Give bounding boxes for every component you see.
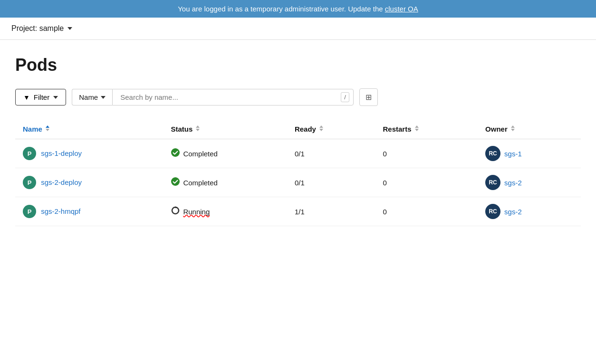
admin-banner: You are logged in as a temporary adminis…	[0, 0, 596, 18]
pod-owner-cell: RC sgs-2	[478, 197, 581, 226]
sort-icon-ready	[319, 125, 324, 133]
owner-link[interactable]: sgs-1	[504, 150, 522, 158]
status-text: Completed	[183, 150, 218, 158]
search-box: /	[112, 89, 354, 105]
table-header-row: Name Status	[15, 119, 581, 139]
owner-link[interactable]: sgs-2	[504, 179, 522, 187]
filter-label: Filter	[34, 93, 49, 101]
pod-name-cell: P sgs-1-deploy	[15, 139, 163, 168]
pod-restarts-cell: 0	[375, 168, 478, 197]
pod-name-link[interactable]: sgs-2-deploy	[41, 178, 82, 186]
pod-restarts-cell: 0	[375, 197, 478, 226]
search-container: Name /	[72, 89, 354, 105]
pod-name-link[interactable]: sgs-2-hmqpf	[41, 207, 80, 215]
sort-icon-restarts	[414, 125, 419, 133]
sort-icon-owner	[510, 125, 515, 133]
name-dropdown-label: Name	[79, 93, 98, 101]
project-bar: Project: sample	[0, 18, 596, 40]
pod-status-cell: Running	[163, 197, 287, 226]
name-dropdown[interactable]: Name	[72, 89, 112, 105]
chevron-down-icon	[67, 27, 72, 30]
owner-badge: RC	[485, 204, 500, 219]
search-shortcut: /	[341, 92, 349, 102]
status-text: Completed	[183, 179, 218, 187]
table-row: P sgs-1-deploy Completed 0/10 RC sgs-1	[15, 139, 581, 168]
pod-icon: P	[23, 205, 36, 218]
filter-icon: ▼	[23, 94, 30, 101]
filter-toolbar: ▼ Filter Name / ⊞	[15, 88, 581, 106]
sort-icon-name	[45, 125, 50, 133]
cluster-oa-link[interactable]: cluster OA	[385, 5, 418, 13]
pod-icon: P	[23, 176, 36, 189]
banner-text: You are logged in as a temporary adminis…	[178, 5, 385, 13]
status-text: Running	[183, 208, 210, 216]
pod-status-cell: Completed	[163, 139, 287, 168]
owner-link[interactable]: sgs-2	[504, 208, 522, 216]
columns-icon: ⊞	[365, 93, 372, 101]
filter-button[interactable]: ▼ Filter	[15, 89, 66, 105]
columns-button[interactable]: ⊞	[359, 88, 378, 106]
pod-owner-cell: RC sgs-2	[478, 168, 581, 197]
sort-icon-status	[195, 125, 200, 133]
pod-name-link[interactable]: sgs-1-deploy	[41, 149, 82, 157]
project-selector[interactable]: Project: sample	[11, 24, 72, 33]
pod-owner-cell: RC sgs-1	[478, 139, 581, 168]
running-icon	[171, 206, 180, 218]
svg-point-0	[171, 148, 180, 157]
owner-badge: RC	[485, 175, 500, 190]
owner-badge: RC	[485, 146, 500, 161]
col-header-owner[interactable]: Owner	[478, 119, 581, 139]
pod-ready-cell: 0/1	[287, 139, 375, 168]
col-header-restarts[interactable]: Restarts	[375, 119, 478, 139]
completed-icon	[171, 177, 180, 189]
col-header-ready[interactable]: Ready	[287, 119, 375, 139]
name-chevron-icon	[101, 96, 106, 99]
page-title: Pods	[15, 55, 581, 75]
filter-chevron-icon	[53, 96, 58, 99]
table-row: P sgs-2-deploy Completed 0/10 RC sgs-2	[15, 168, 581, 197]
pod-status-cell: Completed	[163, 168, 287, 197]
pod-ready-cell: 1/1	[287, 197, 375, 226]
pod-name-cell: P sgs-2-deploy	[15, 168, 163, 197]
pod-restarts-cell: 0	[375, 139, 478, 168]
search-input[interactable]	[113, 89, 341, 105]
col-header-status[interactable]: Status	[163, 119, 287, 139]
table-row: P sgs-2-hmqpf Running 1/10 RC sgs-2	[15, 197, 581, 226]
main-content: Pods ▼ Filter Name / ⊞	[0, 40, 596, 226]
pod-icon: P	[23, 147, 36, 160]
pods-table: Name Status	[15, 119, 581, 226]
project-label: Project: sample	[11, 24, 64, 33]
pod-ready-cell: 0/1	[287, 168, 375, 197]
pod-name-cell: P sgs-2-hmqpf	[15, 197, 163, 226]
col-header-name[interactable]: Name	[15, 119, 163, 139]
svg-point-1	[171, 177, 180, 186]
completed-icon	[171, 148, 180, 160]
